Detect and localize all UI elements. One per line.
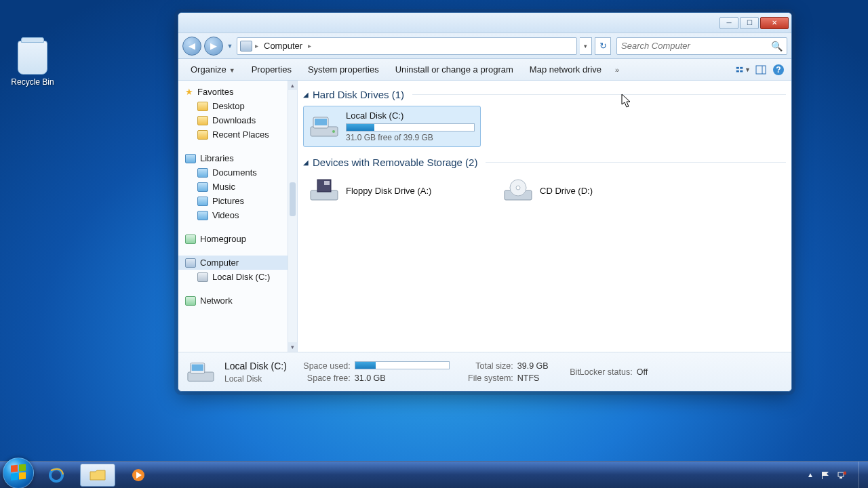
network-icon[interactable] [837, 470, 846, 480]
show-desktop-button[interactable] [859, 462, 868, 489]
breadcrumb-separator: ▸ [255, 42, 258, 49]
collapse-icon: ◢ [303, 159, 309, 166]
svg-point-25 [50, 469, 62, 481]
recycle-bin-label: Recycle Bin [11, 77, 54, 87]
computer-icon [185, 258, 196, 268]
taskbar-explorer[interactable] [80, 464, 115, 487]
breadcrumb-computer[interactable]: Computer [261, 41, 305, 51]
folder-icon [197, 116, 208, 125]
tray-overflow-icon[interactable]: ▲ [807, 471, 814, 479]
address-bar[interactable]: ▸ Computer ▸ [237, 37, 577, 55]
svg-text:?: ? [776, 65, 781, 75]
svg-rect-4 [756, 66, 766, 74]
nav-documents[interactable]: Documents [178, 165, 288, 180]
collapse-icon: ◢ [303, 91, 309, 98]
uninstall-button[interactable]: Uninstall or change a program [389, 62, 520, 77]
search-icon[interactable]: 🔍 [771, 41, 783, 52]
nav-downloads[interactable]: Downloads [178, 113, 288, 127]
svg-rect-2 [736, 70, 739, 72]
properties-button[interactable]: Properties [245, 62, 298, 77]
details-name: Local Disk (C:) [224, 361, 287, 371]
cd-drive-icon [503, 178, 533, 203]
action-center-icon[interactable] [821, 470, 830, 480]
nav-computer[interactable]: Computer [178, 256, 288, 270]
nav-videos[interactable]: Videos [178, 208, 288, 222]
svg-point-11 [332, 130, 335, 133]
recycle-bin[interactable]: Recycle Bin [11, 41, 54, 87]
history-dropdown[interactable]: ▼ [226, 43, 234, 49]
toolbar-overflow[interactable]: » [611, 63, 623, 77]
free-space-text: 31.0 GB free of 39.9 GB [346, 133, 475, 142]
hard-drive-icon [186, 359, 215, 385]
space-free-value: 31.0 GB [355, 373, 386, 383]
nav-local-disk-c[interactable]: Local Disk (C:) [178, 270, 288, 284]
taskbar-ie[interactable] [39, 464, 75, 487]
folder-icon [89, 468, 106, 483]
refresh-button[interactable]: ↻ [595, 37, 611, 55]
library-icon [197, 168, 208, 178]
floppy-drive-icon [309, 178, 339, 203]
nav-pictures[interactable]: Pictures [178, 194, 288, 208]
drive-label: Floppy Disk Drive (A:) [346, 186, 431, 196]
view-options-button[interactable]: ▼ [736, 62, 751, 77]
nav-music[interactable]: Music [178, 180, 288, 194]
network-icon [185, 296, 196, 306]
system-tray: ▲ [807, 470, 859, 480]
forward-button[interactable]: ▶ [204, 37, 223, 56]
taskbar-media-player[interactable] [121, 464, 156, 487]
libraries-header[interactable]: Libraries [178, 151, 288, 165]
help-button[interactable]: ? [771, 62, 786, 77]
svg-rect-14 [324, 181, 330, 185]
total-size-value: 39.9 GB [517, 361, 549, 371]
close-button[interactable]: ✕ [760, 17, 789, 29]
homegroup-icon [185, 235, 196, 244]
nav-desktop[interactable]: Desktop [178, 99, 288, 113]
hdd-category-header[interactable]: ◢ Hard Disk Drives (1) [303, 89, 786, 100]
taskbar: ▲ [0, 461, 868, 488]
library-icon [197, 211, 208, 220]
search-input[interactable] [621, 41, 771, 51]
homegroup-header[interactable]: Homegroup [178, 232, 288, 246]
bitlocker-value: Off [637, 367, 648, 377]
star-icon: ★ [185, 87, 193, 97]
breadcrumb-separator: ▸ [308, 42, 311, 49]
system-properties-button[interactable]: System properties [301, 62, 386, 77]
media-player-icon [130, 468, 147, 483]
map-network-drive-button[interactable]: Map network drive [523, 62, 608, 77]
nav-recent-places[interactable]: Recent Places [178, 127, 288, 142]
drive-local-disk-c[interactable]: Local Disk (C:) 31.0 GB free of 39.9 GB [303, 106, 481, 147]
start-button[interactable] [3, 458, 34, 489]
favorites-header[interactable]: ★Favorites [178, 85, 288, 99]
svg-rect-27 [838, 472, 844, 476]
filesystem-value: NTFS [517, 373, 540, 383]
svg-rect-3 [740, 70, 743, 72]
library-icon [197, 197, 208, 206]
capacity-bar [346, 123, 475, 131]
organize-menu[interactable]: Organize▼ [184, 62, 242, 77]
network-header[interactable]: Network [178, 293, 288, 308]
svg-rect-24 [19, 472, 26, 479]
preview-pane-button[interactable] [753, 62, 768, 77]
svg-rect-20 [192, 364, 203, 371]
back-button[interactable]: ◀ [182, 37, 201, 56]
titlebar[interactable]: ─ ☐ ✕ [178, 13, 791, 33]
navpane-scrollbar[interactable]: ▴▾ [288, 81, 298, 352]
hard-drive-icon [309, 115, 339, 139]
drive-label: Local Disk (C:) [346, 110, 475, 121]
maximize-button[interactable]: ☐ [740, 17, 759, 29]
svg-point-17 [516, 186, 520, 190]
address-dropdown[interactable]: ▾ [580, 37, 592, 55]
details-pane: Local Disk (C:) Local Disk Space used: S… [178, 352, 791, 391]
drive-cd-d[interactable]: CD Drive (D:) [497, 174, 675, 207]
libraries-icon [185, 154, 196, 163]
recycle-bin-icon [18, 41, 47, 75]
removable-category-header[interactable]: ◢ Devices with Removable Storage (2) [303, 157, 786, 168]
search-box[interactable]: 🔍 [616, 37, 787, 55]
svg-rect-0 [736, 66, 739, 68]
minimize-button[interactable]: ─ [719, 17, 738, 29]
svg-rect-28 [840, 477, 842, 479]
navigation-pane: ★Favorites Desktop Downloads Recent Plac… [178, 81, 288, 352]
computer-icon [240, 41, 252, 52]
svg-rect-1 [740, 66, 743, 68]
drive-floppy-a[interactable]: Floppy Disk Drive (A:) [303, 174, 481, 207]
